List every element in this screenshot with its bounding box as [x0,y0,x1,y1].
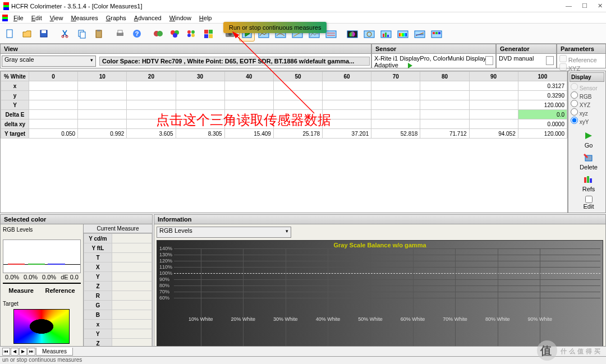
tb-help[interactable]: ? [129,26,145,42]
sensor-config-button[interactable] [485,56,493,65]
tb-rgb-balls[interactable] [167,26,183,42]
display-pane-title: Display [570,72,604,82]
tb-graph-bars[interactable] [378,26,394,42]
window-title: HCFR Colorimeter - 3.5.1.4 - [Color Meas… [11,3,143,10]
tb-new[interactable] [2,26,18,42]
svg-rect-24 [204,34,208,38]
svg-point-17 [173,33,177,38]
target-label: Target [3,301,81,307]
tab-first[interactable]: ⏮ [2,348,10,356]
edit-button[interactable]: Edit [570,194,606,211]
close-button[interactable]: ✕ [598,2,603,10]
rgb-levels-chart [3,239,81,273]
tb-palette[interactable] [184,26,200,42]
parameters-pane-title: Parameters [557,44,606,54]
tb-sensor[interactable] [150,26,166,42]
maximize-button[interactable]: ☐ [582,2,587,10]
svg-rect-2 [42,30,46,33]
selected-color-title: Selected color [0,214,153,224]
menu-measures[interactable]: Measures [67,13,101,22]
generator-config-button[interactable] [546,56,554,65]
refs-button[interactable]: Refs [570,172,606,194]
svg-rect-40 [387,35,389,37]
svg-rect-23 [209,30,213,34]
info-dropdown[interactable]: RGB Levels [157,227,291,238]
sensor-pane-title: Sensor [371,44,496,54]
statusbar: un or stop continuous measures [0,356,606,364]
view-mode-select[interactable]: Gray scale [2,56,96,67]
tab-last[interactable]: ⏭ [27,348,35,356]
param-reference[interactable]: Reference [559,55,603,63]
svg-rect-10 [118,30,122,33]
tb-graph-lines[interactable] [412,26,428,42]
app-icon [3,2,9,10]
svg-rect-33 [326,31,336,38]
generator-pane-title: Generator [496,44,557,54]
svg-rect-49 [584,177,586,183]
tb-pattern[interactable] [429,26,444,42]
svg-rect-47 [438,32,440,34]
generator-name: DVD manual [499,55,534,62]
information-title: Information [154,214,606,224]
tb-open[interactable] [19,26,35,42]
delete-button[interactable]: Delete [570,150,606,172]
reference-label: Reference [45,287,75,294]
menu-file[interactable]: File [10,13,27,22]
tb-cut[interactable] [57,26,73,42]
current-measure-table: Y cd/mY ftLTXYZRGBxYZyzLa [84,233,152,364]
display-opt-xyz[interactable]: xyz [570,108,604,117]
tb-graph-spectrum[interactable] [395,26,411,42]
tab-prev[interactable]: ◀ [11,348,19,356]
svg-rect-39 [385,33,387,37]
display-opt-rgb[interactable]: RGB [570,91,604,100]
colorspace-label[interactable]: Color Space: HDTV Rec709 , White Point: … [99,57,370,66]
menu-help[interactable]: Help [196,13,215,22]
svg-rect-38 [383,34,384,37]
view-pane-title: View [0,44,371,54]
svg-rect-25 [209,34,213,38]
tooltip: Run or stop continuous measures [223,22,327,33]
tab-measures[interactable]: Measures [36,348,73,356]
menu-graphs[interactable]: Graphs [103,13,130,22]
menu-advanced[interactable]: Advanced [131,13,165,22]
sensor-play-icon [408,63,412,68]
svg-point-21 [191,34,195,37]
svg-rect-46 [435,32,438,34]
svg-rect-0 [7,30,12,38]
svg-rect-8 [97,30,100,31]
tb-cie-1[interactable] [345,26,360,42]
tb-paste[interactable] [91,26,107,42]
display-opt-xyy[interactable]: xyY [570,117,604,125]
svg-text:?: ? [135,30,139,37]
tb-save[interactable] [36,26,52,42]
svg-rect-6 [80,32,85,38]
sensor-name: X-Rite i1 DisplayPro, ColorMunki Display [374,55,486,62]
tb-copy[interactable] [74,26,90,42]
display-opt-sensor[interactable]: Sensor [570,83,604,91]
measure-grid[interactable]: % White0102030405060708090100x0.3127y0.3… [0,71,568,213]
toolbar: Run or stop continuous measures ? [0,24,606,44]
svg-rect-42 [399,33,407,36]
display-opt-xyz[interactable]: XYZ [570,100,604,108]
tb-grid[interactable] [201,26,217,42]
pct-de: dE 0.0 [61,274,79,280]
menu-edit[interactable]: Edit [28,13,45,22]
go-button[interactable]: Go [570,128,606,150]
current-measure-title: Current Measure [84,224,152,233]
tb-print[interactable] [112,26,128,42]
page-watermark: 值什么值得买 [537,340,603,361]
menu-window[interactable]: Window [166,13,195,22]
titlebar: HCFR Colorimeter - 3.5.1.4 - [Color Meas… [0,0,606,12]
grayscale-chart: Gray Scale Balance w/o gamma 140%130%120… [157,240,603,364]
tab-next[interactable]: ▶ [19,348,27,356]
svg-point-19 [191,30,195,34]
chart-title: Gray Scale Balance w/o gamma [333,242,426,248]
menu-view[interactable]: View [47,13,67,22]
pct-g: 0.0% [24,274,38,280]
rgb-levels-label: RGB Levels [3,227,81,233]
target-diagram [13,309,70,344]
tb-cie-2[interactable] [361,26,377,42]
minimize-button[interactable]: — [566,2,572,10]
svg-point-18 [187,30,191,34]
svg-rect-50 [587,176,589,183]
